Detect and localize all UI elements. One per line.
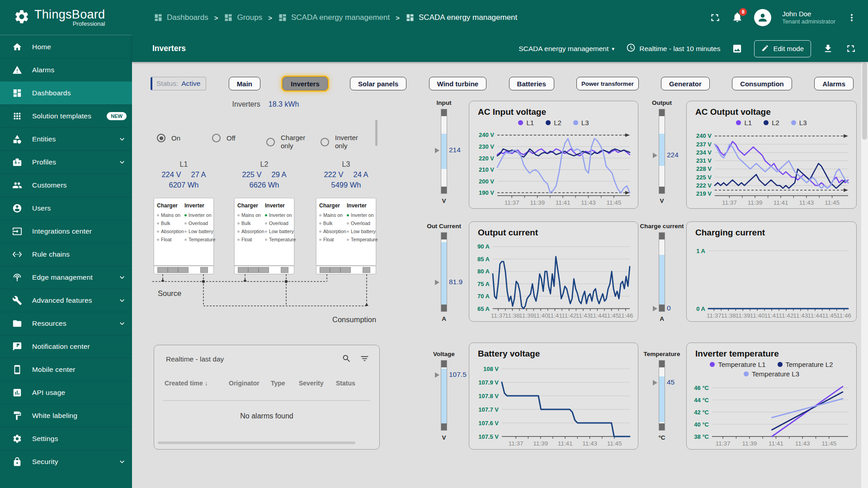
sidebar-item-mobile-center[interactable]: Mobile center	[0, 358, 132, 381]
timewindow-button[interactable]: Realtime - last 10 minutes	[626, 43, 720, 54]
sidebar-item-api-usage[interactable]: API usage	[0, 381, 132, 404]
chart-title: AC Input voltage	[469, 101, 638, 117]
legend-item[interactable]: L3	[791, 119, 807, 127]
expand-button[interactable]	[845, 43, 856, 54]
edit-mode-button[interactable]: Edit mode	[754, 40, 811, 57]
sidebar-item-profiles[interactable]: Profiles	[0, 150, 132, 174]
status-chip: Status: Active	[151, 77, 206, 90]
sidebar-item-settings[interactable]: Settings	[0, 427, 132, 450]
gauge-cap-bottom	[659, 187, 665, 193]
notifications-button[interactable]: 8	[731, 11, 743, 24]
dashboard-states-row: Status: Active MainInvertersSolar panels…	[151, 77, 854, 90]
state-button-generator[interactable]: Generator	[661, 77, 710, 90]
sidebar-item-home[interactable]: Home	[0, 35, 132, 58]
sidebar-item-rule-chains[interactable]: Rule chains	[0, 243, 132, 266]
alarms-column-status[interactable]: Status	[336, 380, 355, 387]
settings-icon	[12, 434, 22, 444]
alarms-column-severity[interactable]: Severity	[299, 380, 323, 387]
svg-text:190 V: 190 V	[479, 189, 494, 196]
download-button[interactable]	[823, 43, 833, 54]
sidebar-item-label: Security	[32, 458, 58, 466]
sidebar-item-customers[interactable]: Customers	[0, 174, 132, 197]
alarms-filter-button[interactable]	[360, 354, 369, 363]
sidebar-item-edge-management[interactable]: Edge management	[0, 266, 132, 289]
svg-text:40 °C: 40 °C	[694, 421, 709, 428]
alarms-column-originator[interactable]: Originator	[229, 380, 259, 387]
sidebar-item-integrations-center[interactable]: Integrations center	[0, 220, 132, 243]
fullscreen-button[interactable]	[709, 12, 721, 23]
terminal-strip	[154, 266, 214, 274]
scada-scrollbar[interactable]	[375, 120, 377, 146]
state-button-wind-turbine[interactable]: Wind turbine	[429, 77, 487, 90]
user-name: John Doe	[782, 10, 835, 19]
breadcrumb: Dashboards>Groups>SCADA energy managemen…	[154, 13, 517, 22]
state-button-consumption[interactable]: Consumption	[732, 77, 792, 90]
status-dot	[157, 222, 159, 225]
legend-item[interactable]: Temperature L3	[744, 370, 799, 378]
content-scrollbar[interactable]	[861, 62, 868, 488]
legend-item[interactable]: L2	[764, 119, 779, 127]
avatar[interactable]	[754, 9, 771, 26]
alarms-search-button[interactable]	[342, 354, 351, 363]
legend-item[interactable]: L3	[573, 119, 589, 127]
alarms-h-scrollbar[interactable]	[158, 441, 355, 444]
status-dot	[184, 222, 187, 225]
inverter-card-l2[interactable]: ChargerMains onBulkAbsorptionFloatInvert…	[234, 198, 294, 266]
gauge-temperature: Temperature45°C	[645, 351, 679, 441]
state-button-solar-panels[interactable]: Solar panels	[350, 77, 406, 90]
source-label: Source	[158, 289, 181, 298]
divider	[163, 400, 370, 401]
svg-text:11:37: 11:37	[707, 312, 722, 319]
gauge-value: 214	[449, 146, 461, 154]
breadcrumb-item-dashboards[interactable]: Dashboards	[154, 13, 208, 22]
chart-title: Output current	[469, 222, 638, 238]
inverter-card-l3[interactable]: ChargerMains onBulkAbsorptionFloatInvert…	[316, 198, 376, 266]
legend-item[interactable]: L1	[736, 119, 752, 127]
sidebar-item-solution-templates[interactable]: Solution templatesNEW	[0, 104, 132, 127]
phase-current: 27 A	[191, 170, 206, 179]
sidebar-item-advanced-features[interactable]: Advanced features	[0, 289, 132, 312]
svg-text:11:43: 11:43	[576, 312, 591, 319]
sidebar-item-security[interactable]: Security	[0, 450, 132, 473]
gauge-band	[659, 255, 665, 311]
legend-item[interactable]: Temperature L2	[778, 361, 833, 368]
legend-item[interactable]: L1	[518, 119, 534, 127]
alarms-column-type[interactable]: Type	[271, 380, 285, 387]
breadcrumb-item-scada-energy-management[interactable]: SCADA energy management	[278, 13, 390, 22]
alarms-column-created-time[interactable]: Created time ↓	[165, 380, 208, 387]
brand-logo[interactable]: ThingsBoard Professional	[0, 0, 132, 35]
download-icon	[823, 43, 833, 54]
entity-selector[interactable]: SCADA energy management ▾	[519, 45, 614, 53]
gauge-label: Output	[652, 99, 672, 106]
dashboard-image-button[interactable]	[732, 43, 742, 54]
mode-radio-off[interactable]: Off	[212, 134, 236, 142]
mode-radio-inverter-only[interactable]: Inverter only	[321, 134, 368, 150]
sidebar-item-users[interactable]: Users	[0, 197, 132, 220]
mode-radio-on[interactable]: On	[157, 134, 180, 142]
user-info[interactable]: John Doe Tenant administrator	[782, 10, 835, 26]
state-button-batteries[interactable]: Batteries	[509, 77, 554, 90]
sidebar-item-dashboards[interactable]: Dashboards	[0, 81, 132, 104]
sidebar-item-notification-center[interactable]: Notification center	[0, 335, 132, 358]
state-button-power-transformer[interactable]: Power transformer	[576, 77, 639, 90]
sidebar-item-entities[interactable]: Entities	[0, 127, 132, 150]
gauge-unit: °C	[658, 434, 665, 441]
state-button-main[interactable]: Main	[229, 77, 260, 90]
thingsboard-logo-icon	[14, 9, 30, 27]
inverter-card-l1[interactable]: ChargerMains onBulkAbsorptionFloatInvert…	[154, 198, 214, 266]
state-button-inverters[interactable]: Inverters	[283, 77, 327, 90]
sidebar-item-alarms[interactable]: Alarms	[0, 58, 132, 81]
alarms-timewindow[interactable]: Realtime - last day	[166, 355, 224, 363]
svg-text:11:40: 11:40	[750, 312, 765, 319]
state-button-alarms[interactable]: Alarms	[814, 77, 854, 90]
kebab-icon	[846, 12, 857, 23]
legend-item[interactable]: L2	[546, 119, 561, 127]
breadcrumb-item-groups[interactable]: Groups	[224, 13, 262, 22]
kebab-menu-button[interactable]	[846, 12, 857, 23]
mode-radio-charger-only[interactable]: Charger only	[266, 134, 313, 150]
legend-item[interactable]: Temperature L1	[710, 361, 765, 368]
sidebar-item-white-labeling[interactable]: White labeling	[0, 404, 132, 427]
sidebar-item-resources[interactable]: Resources	[0, 312, 132, 335]
breadcrumb-item-scada-energy-management[interactable]: SCADA energy management	[406, 13, 517, 22]
top-header: ThingsBoard Professional Dashboards>Grou…	[0, 0, 868, 35]
